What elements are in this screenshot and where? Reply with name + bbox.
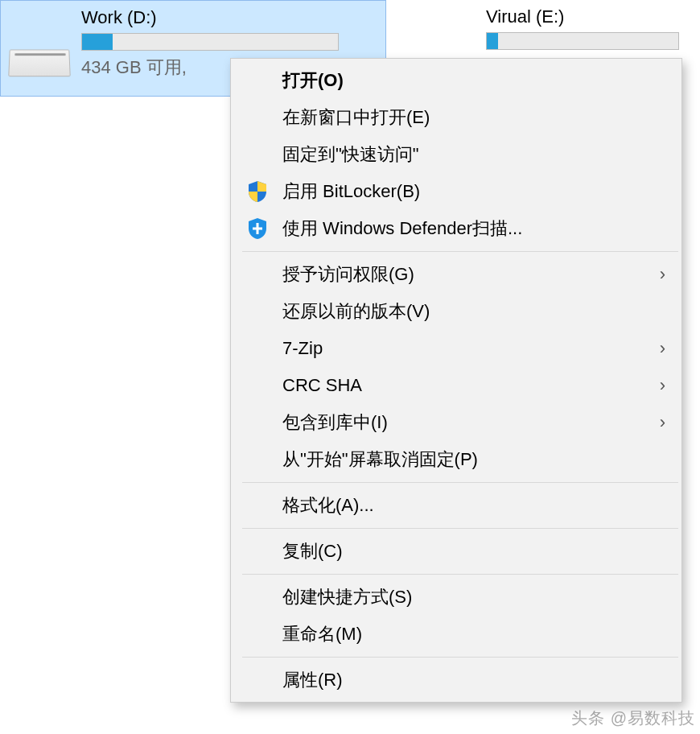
menu-item-label: 重命名(M) [282, 622, 362, 646]
menu-separator [242, 482, 678, 483]
menu-item-label: 格式化(A)... [282, 493, 374, 518]
drive-info: Virual (E:) [486, 5, 679, 50]
menu-item-open[interactable]: 打开(O) [233, 62, 680, 99]
menu-item-crc-sha[interactable]: CRC SHA › [233, 367, 680, 404]
menu-item-label: 授予访问权限(G) [282, 262, 414, 287]
menu-item-pin-quick-access[interactable]: 固定到"快速访问" [233, 136, 680, 173]
menu-item-create-shortcut[interactable]: 创建快捷方式(S) [233, 579, 680, 616]
menu-item-label: 固定到"快速访问" [282, 142, 419, 167]
chevron-right-icon: › [660, 375, 665, 396]
menu-item-rename[interactable]: 重命名(M) [233, 616, 680, 653]
menu-separator [242, 528, 678, 529]
shield-bitlocker-icon [245, 179, 270, 204]
menu-item-bitlocker[interactable]: 启用 BitLocker(B) [233, 173, 680, 210]
menu-item-format[interactable]: 格式化(A)... [233, 487, 680, 524]
shield-defender-icon [245, 216, 270, 241]
chevron-right-icon: › [660, 264, 665, 285]
context-menu: 打开(O) 在新窗口中打开(E) 固定到"快速访问" 启用 BitLocker(… [230, 58, 682, 703]
watermark: 头条 @易数科技 [571, 707, 695, 729]
capacity-bar [486, 32, 679, 50]
menu-item-open-new-window[interactable]: 在新窗口中打开(E) [233, 99, 680, 136]
menu-item-give-access[interactable]: 授予访问权限(G) › [233, 256, 680, 293]
menu-item-label: 创建快捷方式(S) [282, 585, 412, 609]
menu-item-restore-versions[interactable]: 还原以前的版本(V) [233, 293, 680, 330]
menu-item-label: 打开(O) [282, 68, 344, 93]
drive-label: Virual (E:) [486, 6, 679, 27]
menu-item-label: 启用 BitLocker(B) [282, 179, 420, 204]
drive-item-e[interactable]: Virual (E:) [478, 0, 687, 56]
drive-icon [9, 33, 70, 76]
menu-item-properties[interactable]: 属性(R) [233, 662, 680, 699]
menu-item-copy[interactable]: 复制(C) [233, 533, 680, 570]
menu-item-include-library[interactable]: 包含到库中(I) › [233, 404, 680, 441]
menu-item-7zip[interactable]: 7-Zip › [233, 330, 680, 367]
menu-separator [242, 251, 678, 252]
menu-item-defender-scan[interactable]: 使用 Windows Defender扫描... [233, 210, 680, 247]
menu-item-unpin-start[interactable]: 从"开始"屏幕取消固定(P) [233, 441, 680, 478]
menu-separator [242, 657, 678, 658]
menu-item-label: 复制(C) [282, 539, 343, 563]
menu-item-label: 在新窗口中打开(E) [282, 105, 430, 130]
capacity-bar [81, 33, 339, 51]
menu-item-label: 使用 Windows Defender扫描... [282, 216, 522, 241]
drive-label: Work (D:) [81, 7, 339, 28]
menu-item-label: 包含到库中(I) [282, 410, 388, 435]
menu-item-label: CRC SHA [282, 375, 362, 396]
menu-item-label: 属性(R) [282, 668, 343, 692]
chevron-right-icon: › [660, 338, 665, 359]
chevron-right-icon: › [660, 412, 665, 433]
menu-item-label: 还原以前的版本(V) [282, 299, 430, 324]
menu-item-label: 7-Zip [282, 338, 323, 359]
menu-item-label: 从"开始"屏幕取消固定(P) [282, 447, 478, 472]
menu-separator [242, 574, 678, 575]
